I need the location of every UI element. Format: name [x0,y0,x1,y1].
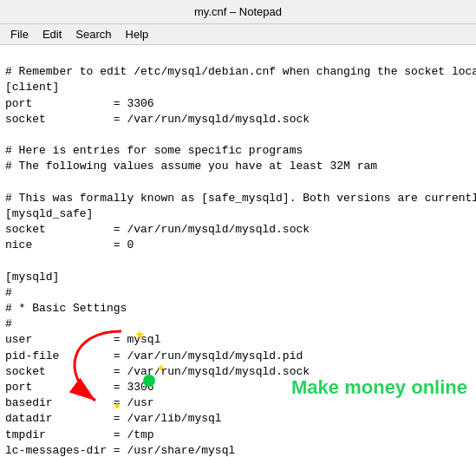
window-title: my.cnf – Notepad [194,5,282,18]
menu-bar: File Edit Search Help [0,24,476,45]
line-18: user = mysql [5,333,160,346]
line-16: # * Basic Settings [5,302,127,315]
line-6: # Here is entries for some specific prog… [5,144,303,157]
line-4: socket = /var/run/mysqld/mysqld.sock [5,113,310,126]
line-15: # [5,286,12,299]
line-11: socket = /var/run/mysqld/mysqld.sock [5,223,310,236]
menu-edit[interactable]: Edit [36,26,68,42]
line-1: # Remember to edit /etc/mysql/debian.cnf… [5,65,476,78]
line-10: [mysqld_safe] [5,207,93,220]
line-7: # The following values assume you have a… [5,160,377,173]
line-3: port = 3306 [5,97,154,110]
menu-help[interactable]: Help [119,26,156,42]
line-17: # [5,317,12,330]
line-12: nice = 0 [5,238,134,251]
line-21: port = 3306 [5,381,154,394]
line-24: tmpdir = /tmp [5,428,154,441]
line-23: datadir = /var/lib/mysql [5,412,222,425]
line-14: [mysqld] [5,271,59,284]
line-2: [client] [5,81,59,94]
line-25: lc-messages-dir = /usr/share/mysql [5,444,235,457]
line-19: pid-file = /var/run/mysqld/mysqld.pid [5,349,303,362]
line-20: socket = /var/run/mysqld/mysqld.sock [5,365,310,378]
line-9: # This was formally known as [safe_mysql… [5,192,476,205]
menu-file[interactable]: File [3,26,36,42]
line-22: basedir = /usr [5,396,154,409]
watermark-text: Make money online [291,375,467,402]
menu-search[interactable]: Search [68,26,118,42]
text-editor-content[interactable]: # Remember to edit /etc/mysql/debian.cnf… [0,45,476,457]
title-bar: my.cnf – Notepad [0,0,476,24]
